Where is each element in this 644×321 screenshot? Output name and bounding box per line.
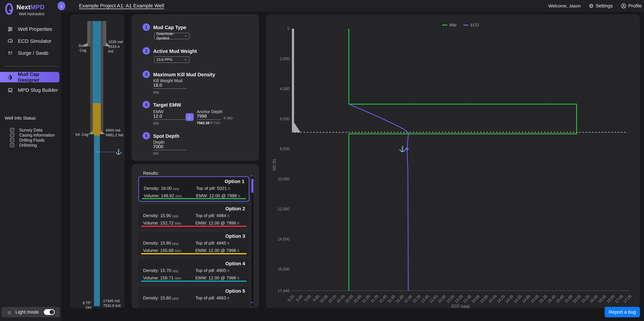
legend-item-mw[interactable]: MW <box>442 23 456 27</box>
sidebar-collapse-button[interactable]: ‹ <box>58 1 65 10</box>
option-color-bar <box>141 226 247 227</box>
step-5-title: Spot Depth <box>153 133 179 139</box>
light-mode-label: Light mode <box>15 309 39 315</box>
active-mud-weight-select[interactable]: 10.6 PPG <box>154 56 190 63</box>
result-option-3[interactable]: Option 3Density: 15.80 ppgTop of pill: 4… <box>138 232 249 256</box>
brand-subtitle: Well Hydraulics <box>19 12 44 16</box>
option-stat: Volume: 155.68 bbls <box>143 248 181 253</box>
chart-legend: MWECD <box>292 23 629 27</box>
sidebar-item-label: ECD Simulator <box>18 38 51 44</box>
anchor-depth-button[interactable]: ⚓ <box>186 113 194 121</box>
topbar-right: Welcome, Jason ⚙ Settings Profile <box>548 0 642 12</box>
x-tick-label: 12.85 <box>437 294 447 304</box>
chart-svg: ⚓ <box>292 29 629 291</box>
sidebar-nav-top: Well PropertiesECD SimulatorSurge / Swab <box>0 23 61 59</box>
x-tick-label: 10.05 <box>319 294 329 304</box>
step-1-title: Mud Cap Type <box>153 25 186 30</box>
chart-anchor-icon: ⚓ <box>399 146 406 153</box>
gear-icon: ⚙ <box>589 3 594 9</box>
scroll-down-icon[interactable]: ▼ <box>250 301 254 305</box>
results-scrollbar-track[interactable] <box>252 174 254 306</box>
mud-cap-type-select[interactable]: Downhole-Spotted <box>154 33 190 39</box>
step-2-title: Active Mud Weight <box>153 48 197 54</box>
result-option-4[interactable]: Option 4Density: 15.70 ppgTop of pill: 4… <box>138 259 249 284</box>
x-tick-label: 17.25 <box>622 294 632 304</box>
well-info-item-label: Drilling Fluids <box>19 138 44 143</box>
x-tick-label: 11.25 <box>370 294 380 304</box>
kill-weight-mud-label: Kill Weight Mud <box>153 78 182 83</box>
checkbox-checked-icon[interactable]: ✓ <box>10 143 14 147</box>
option-stat: EMW: 12.00 @ 7998 ft <box>196 275 239 281</box>
x-tick-label: 13.05 <box>445 294 455 304</box>
x-tick-label: 11.65 <box>386 294 396 304</box>
page-title[interactable]: Example Project A1: A1 Example Well <box>79 3 164 8</box>
sidebar-item-surge-swab[interactable]: Surge / Swab <box>0 47 61 59</box>
report-bug-button[interactable]: Report a bug <box>605 307 640 317</box>
checkbox-checked-icon[interactable]: ✓ <box>10 138 14 142</box>
option-stat: EMW: 12.00 @ 7998 ft <box>196 248 239 253</box>
legend-item-ecd[interactable]: ECD <box>463 23 479 27</box>
option-stat: EMW: 12.00 @ 7998 ft <box>196 193 240 198</box>
option-stat: Density: 16.00 ppg <box>144 186 179 191</box>
mud-cap-type-value: Downhole-Spotted <box>156 32 184 40</box>
settings-label: Settings <box>596 3 612 8</box>
result-option-5[interactable]: Option 5Density: 15.60 ppgTop of pill: 4… <box>138 287 249 308</box>
option-color-bar <box>141 253 247 254</box>
step-5-badge: 5 <box>142 132 150 140</box>
spot-depth-underline <box>153 150 186 150</box>
sidebar-item-label: Surge / Swab <box>18 50 48 56</box>
settings-button[interactable]: ⚙ Settings <box>589 3 613 9</box>
y-axis-title: MD (ft) <box>272 159 277 170</box>
anchor-icon[interactable]: ⚓ <box>115 149 122 155</box>
sidebar-divider <box>4 66 57 67</box>
sidebar-item-mud-cap-designer[interactable]: Mud Cap Designer <box>0 72 60 82</box>
well-info-heading: Well Info Status: <box>5 116 55 121</box>
option-stat: Top of pill: 4945 ft <box>196 240 229 246</box>
ecd-chart-panel: MWECD ⚓ 02,0004,0006,0008,00010,00012,00… <box>266 14 640 308</box>
x-tick-label: 14.25 <box>496 294 506 304</box>
x-tick-label: 12.45 <box>420 294 430 304</box>
step-3-badge: 3 <box>142 71 150 78</box>
chart-plot-area[interactable]: ⚓ <box>292 29 629 291</box>
kill-weight-mud-input[interactable]: 16.0 <box>153 83 162 88</box>
results-scrollbar-thumb[interactable] <box>252 179 254 193</box>
x-tick-label: 11.05 <box>361 294 371 304</box>
light-mode-toggle-container[interactable]: ☼ Light mode <box>1 307 60 317</box>
surface-casing-depth-label: 1535 md1533.4 tvd <box>108 40 124 54</box>
intermediate-casing-depth-label: 6900 md6881.2 tvd <box>106 128 123 138</box>
option-title: Option 2 <box>225 206 245 211</box>
x-tick-label: 13.85 <box>479 294 489 304</box>
anchor-depth-unit: ft MD <box>224 116 233 120</box>
sidebar-item-well-properties[interactable]: Well Properties <box>0 23 61 35</box>
anchor-dash-line <box>98 152 115 152</box>
spot-depth-label: Depth <box>153 140 164 145</box>
anchor-depth-input[interactable]: 7998 <box>197 114 207 119</box>
x-tick-label: 15.65 <box>555 294 565 304</box>
spot-depth-input[interactable]: 7000 <box>153 144 163 149</box>
profile-label: Profile <box>628 3 642 8</box>
well-schematic-panel: ⚓ Surf. Csg 1535 md1533.4 tvd Int. Csg 6… <box>70 14 124 308</box>
sidebar: NextMPD Well Hydraulics Well PropertiesE… <box>0 0 61 321</box>
y-tick-label: 12,000 <box>269 207 290 211</box>
checkbox-checked-icon[interactable]: ✓ <box>10 128 14 132</box>
x-tick-label: 12.65 <box>428 294 438 304</box>
intermediate-casing-right <box>101 21 103 134</box>
emw-input[interactable]: 12.0 <box>153 114 162 119</box>
result-option-2[interactable]: Option 2Density: 15.90 ppgTop of pill: 4… <box>138 204 249 229</box>
checkbox-checked-icon[interactable]: ✓ <box>10 133 14 137</box>
light-mode-switch[interactable] <box>44 309 55 315</box>
mud-cap-pill-tail <box>94 134 100 136</box>
x-tick-label: 9.25 <box>286 294 295 303</box>
result-option-1[interactable]: Option 1Density: 16.00 ppgTop of pill: 5… <box>138 176 249 202</box>
scroll-up-icon[interactable]: ▲ <box>250 174 254 177</box>
anchor-depth-marker[interactable] <box>96 151 97 153</box>
profile-button[interactable]: Profile <box>621 3 642 8</box>
x-tick-label: 9.45 <box>295 294 304 303</box>
sidebar-item-ecd-simulator[interactable]: ECD Simulator <box>0 35 61 47</box>
sidebar-item-mpd-slug-builder[interactable]: MPD Slug Builder <box>0 84 61 96</box>
app-root: NextMPD Well Hydraulics Well PropertiesE… <box>0 0 644 321</box>
option-stat: Top of pill: 4863 ft <box>196 295 229 301</box>
step-1-badge: 1 <box>142 23 150 31</box>
x-tick-label: 13.45 <box>462 294 472 304</box>
x-tick-label: 15.05 <box>530 294 540 304</box>
